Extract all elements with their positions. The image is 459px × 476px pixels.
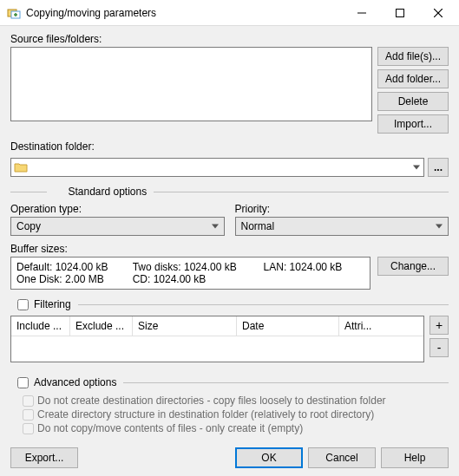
add-folder-button[interactable]: Add folder... xyxy=(377,69,449,88)
browse-button[interactable]: ... xyxy=(428,158,449,177)
cancel-button[interactable]: Cancel xyxy=(308,447,376,468)
window-title: Copying/moving parameters xyxy=(26,7,343,19)
ok-button[interactable]: OK xyxy=(235,447,303,468)
close-button[interactable] xyxy=(419,1,457,25)
destination-combo[interactable] xyxy=(10,158,424,177)
adv-opt3-label: Do not copy/move contents of files - onl… xyxy=(37,422,303,434)
add-files-button[interactable]: Add file(s)... xyxy=(377,47,449,66)
export-button[interactable]: Export... xyxy=(10,447,78,468)
adv-opt2-label: Create directory structure in destinatio… xyxy=(37,408,374,421)
delete-button[interactable]: Delete xyxy=(377,92,449,111)
source-label: Source files/folders: xyxy=(10,33,449,45)
advanced-header: Advanced options xyxy=(10,376,449,388)
add-filter-button[interactable]: + xyxy=(429,316,449,335)
buffer-sizes-box: Default: 1024.00 kB Two disks: 1024.00 k… xyxy=(10,257,370,290)
chevron-down-icon xyxy=(436,225,443,229)
filtering-header: Filtering xyxy=(10,298,449,310)
standard-options-header: Standard options xyxy=(10,186,449,198)
destination-label: Destination folder: xyxy=(10,140,449,153)
source-listbox[interactable] xyxy=(10,47,372,121)
remove-filter-button[interactable]: - xyxy=(429,338,449,357)
change-buffer-button[interactable]: Change... xyxy=(377,257,449,276)
chevron-down-icon xyxy=(413,166,420,170)
adv-opt1-checkbox xyxy=(23,395,34,407)
col-exclude[interactable]: Exclude ... xyxy=(70,316,133,336)
col-include[interactable]: Include ... xyxy=(11,316,70,336)
operation-type-select[interactable]: Copy xyxy=(10,217,225,236)
col-attri[interactable]: Attri... xyxy=(339,316,423,336)
help-button[interactable]: Help xyxy=(381,447,449,468)
operation-type-label: Operation type: xyxy=(10,203,225,215)
adv-opt1-label: Do not create destination directories - … xyxy=(37,394,386,407)
buffer-sizes-label: Buffer sizes: xyxy=(10,243,449,255)
minimize-button[interactable] xyxy=(343,1,381,25)
maximize-button[interactable] xyxy=(381,1,419,25)
priority-select[interactable]: Normal xyxy=(235,217,449,236)
adv-opt2-checkbox xyxy=(23,409,34,421)
filter-table[interactable]: Include ... Exclude ... Size Date Attri.… xyxy=(10,316,424,362)
import-button[interactable]: Import... xyxy=(377,114,449,134)
app-icon xyxy=(7,6,21,20)
advanced-checkbox[interactable] xyxy=(17,377,29,388)
adv-opt3-checkbox xyxy=(23,423,34,434)
titlebar: Copying/moving parameters xyxy=(0,0,459,26)
svg-rect-3 xyxy=(397,9,404,16)
priority-label: Priority: xyxy=(235,203,449,215)
col-date[interactable]: Date xyxy=(237,316,339,336)
filtering-checkbox[interactable] xyxy=(17,299,29,310)
col-size[interactable]: Size xyxy=(133,316,237,336)
folder-icon xyxy=(14,161,28,173)
chevron-down-icon xyxy=(212,225,219,229)
